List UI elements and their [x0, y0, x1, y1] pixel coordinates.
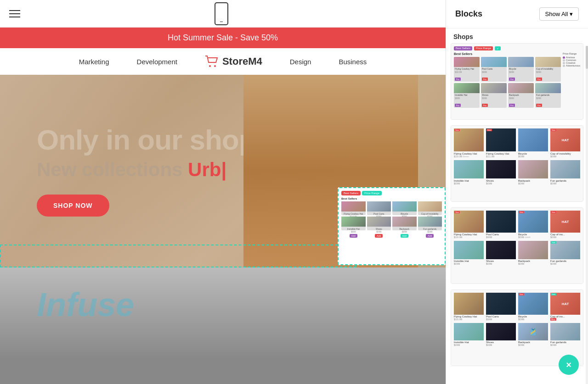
hamburger-menu[interactable]	[9, 10, 20, 17]
site-nav: Marketing Development StoreM4 Design Bus…	[0, 48, 446, 75]
svg-point-0	[209, 65, 211, 67]
panel-scrollbar-thumb	[586, 46, 588, 69]
block-card-1[interactable]: Best Sellers Price Range ✓ Best Sellers …	[451, 43, 583, 120]
bottom-section: Infuse	[0, 267, 446, 359]
block-card-3[interactable]: New Flying Cowboy Hat $10.99 Pool Carts …	[451, 207, 583, 284]
fp-price-range-tag: Price Range	[362, 191, 382, 195]
fp-action-add-8[interactable]: Add	[426, 234, 434, 238]
block-card-img-4: Flying Cowboy Hat $10.99 Pool Carts $999…	[451, 290, 583, 366]
fp-product-5: Invisible Hat $999 Add	[341, 217, 366, 230]
badge-3-4: Sale	[551, 241, 556, 244]
fp-best-sellers-tag: Best Sellers	[341, 191, 361, 195]
right-panel: Blocks Show All ▾ Shops Best Sellers Pri…	[446, 0, 588, 384]
badge-4-1: New	[519, 293, 524, 295]
fp-action-add-7[interactable]: Add	[401, 234, 408, 238]
fp-product-2: Pool Carts $999 Add	[367, 201, 391, 215]
nav-marketing[interactable]: Marketing	[79, 58, 109, 66]
badge-4-2: Sale	[551, 293, 556, 295]
badge-new-2: New	[486, 129, 492, 131]
hero-section: Only in our shop New collections Urb| SH…	[0, 75, 446, 267]
panel-scrollbar	[586, 46, 588, 384]
floating-shop-preview: Best Sellers Price Range Best Sellers Fl…	[338, 187, 446, 265]
site-logo: StoreM4	[205, 56, 262, 67]
editor-area: Hot Summer Sale - Save 50% Marketing Dev…	[0, 0, 446, 384]
fp-product-3: Bicycle $099 Add	[392, 201, 417, 215]
nav-development[interactable]: Development	[137, 58, 177, 66]
panel-section-title: Shops	[446, 28, 588, 43]
panel-header: Blocks Show All ▾	[446, 0, 588, 28]
website-preview: Hot Summer Sale - Save 50% Marketing Dev…	[0, 28, 446, 384]
cart-icon	[205, 56, 219, 67]
badge-3-3: New	[551, 211, 556, 213]
block-card-4[interactable]: Flying Cowboy Hat $10.99 Pool Carts $999…	[451, 289, 583, 366]
hero-subtitle: New collections Urb|	[37, 159, 256, 181]
fp-product-6: Shoes $099 Add	[367, 217, 391, 230]
show-all-button[interactable]: Show All ▾	[539, 7, 579, 21]
hero-cta-button[interactable]: SHOP NOW	[37, 195, 109, 217]
fp-product-4: Cup of Invisibility $099 Add	[418, 201, 442, 215]
badge-3-2: New	[519, 211, 524, 213]
panel-title: Blocks	[455, 9, 482, 19]
badge-new-3: New	[551, 129, 556, 131]
nav-design[interactable]: Design	[290, 58, 311, 66]
promo-banner: Hot Summer Sale - Save 50%	[0, 28, 446, 48]
badge-new-1: New	[454, 129, 460, 131]
mobile-view-toggle[interactable]	[215, 2, 228, 25]
fp-action-add-6[interactable]: Add	[375, 234, 383, 238]
hero-title: Only in our shop	[37, 126, 256, 154]
editor-toolbar	[0, 0, 446, 28]
svg-point-1	[214, 65, 216, 67]
badge-3-1: New	[454, 211, 460, 213]
block-card-img-1: Best Sellers Price Range ✓ Best Sellers …	[451, 44, 583, 119]
fp-product-8: Fun garlands $099 Add	[418, 217, 442, 230]
fp-product-1: Flying Cowboy Hat $10.99 Add	[341, 201, 366, 215]
fp-product-grid: Flying Cowboy Hat $10.99 Add Pool Carts …	[341, 201, 442, 215]
block-card-img-3: New Flying Cowboy Hat $10.99 Pool Carts …	[451, 208, 583, 284]
close-fab-button[interactable]: ×	[559, 355, 579, 375]
block-card-2[interactable]: New Flying Cowboy Hat $10.99 $xxx New Fl…	[451, 125, 583, 202]
fp-product-grid-2: Invisible Hat $999 Add Shoes $099 Add Ba…	[341, 217, 442, 230]
nav-business[interactable]: Business	[339, 58, 367, 66]
fp-action-add-5[interactable]: Add	[350, 234, 357, 238]
fp-bestsellers-label: Best Sellers	[341, 197, 442, 200]
fp-product-7: Backpack $999 Add	[392, 217, 417, 230]
block-card-img-2: New Flying Cowboy Hat $10.99 $xxx New Fl…	[451, 126, 583, 201]
bottom-text: Infuse	[0, 267, 446, 342]
panel-scroll-area[interactable]: Best Sellers Price Range ✓ Best Sellers …	[446, 43, 588, 384]
